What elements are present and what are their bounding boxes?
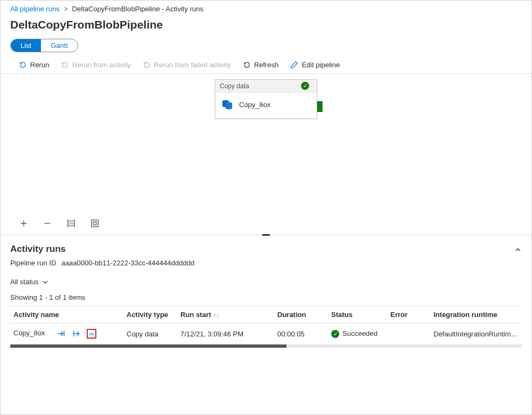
col-activity-type[interactable]: Activity type — [123, 306, 177, 323]
output-icon[interactable] — [72, 329, 81, 339]
database-icon — [221, 98, 234, 111]
activity-node-output-port[interactable] — [317, 101, 323, 112]
chevron-down-icon — [42, 279, 48, 285]
rerun-activity-label: Rerun from activity — [72, 61, 130, 69]
zoom-reset-icon[interactable]: 100% — [66, 219, 76, 228]
edit-pipeline-label: Edit pipeline — [302, 61, 340, 69]
edit-pipeline-button[interactable]: Edit pipeline — [290, 61, 340, 69]
activity-runs-table: Activity name Activity type Run start↑↓ … — [10, 306, 522, 344]
refresh-label: Refresh — [254, 61, 279, 69]
cell-activity-type: Copy data — [123, 323, 177, 344]
breadcrumb-root-link[interactable]: All pipeline runs — [10, 5, 60, 13]
cell-error — [387, 323, 430, 344]
cell-status: ✓Succeeded — [328, 323, 387, 344]
pencil-icon — [290, 61, 298, 69]
status-filter-dropdown[interactable]: All status — [10, 276, 48, 288]
action-toolbar: Rerun Rerun from activity Rerun from fai… — [1, 58, 531, 74]
sort-icon: ↑↓ — [213, 312, 219, 318]
rerun-icon — [19, 61, 27, 69]
success-icon: ✓ — [301, 82, 309, 90]
pipeline-run-id: Pipeline run ID aaaa0000-bb11-2222-33cc-… — [10, 259, 522, 267]
table-row[interactable]: Copy_8ox Copy data 7/12/21, 3: — [10, 323, 522, 344]
col-error[interactable]: Error — [387, 306, 430, 323]
rerun-label: Rerun — [30, 61, 49, 69]
success-icon: ✓ — [331, 330, 339, 338]
cell-run-start: 7/12/21, 3:09:46 PM — [177, 323, 274, 344]
refresh-button[interactable]: Refresh — [243, 61, 279, 69]
view-toggle-gantt[interactable]: Gantt — [41, 39, 78, 52]
run-id-value: aaaa0000-bb11-2222-33cc-444444dddddd — [61, 259, 194, 267]
zoom-in-icon[interactable] — [19, 219, 29, 228]
collapse-section-button[interactable] — [514, 246, 522, 255]
breadcrumb-current: DeltaCopyFromBlobPipeline - Activity run… — [72, 5, 204, 13]
view-toggle: List Gantt — [10, 39, 78, 52]
status-filter-label: All status — [10, 278, 39, 286]
svg-rect-5 — [93, 222, 96, 224]
rerun-failed-icon — [143, 61, 151, 69]
zoom-out-icon[interactable] — [43, 219, 52, 228]
cell-activity-name: Copy_8ox — [13, 329, 45, 337]
rerun-activity-icon — [61, 61, 69, 69]
zoom-fit-icon[interactable] — [90, 219, 100, 228]
rerun-failed-label: Rerun from failed activity — [154, 61, 231, 69]
rerun-from-activity-button: Rerun from activity — [61, 61, 130, 69]
activity-node-name: Copy_8ox — [239, 101, 271, 109]
refresh-icon — [243, 61, 251, 69]
col-duration[interactable]: Duration — [274, 306, 328, 323]
col-runtime[interactable]: Integration runtime — [430, 306, 522, 323]
input-icon[interactable] — [57, 329, 66, 339]
canvas-resize-handle[interactable] — [262, 234, 270, 236]
result-count: Showing 1 - 1 of 1 items — [10, 293, 522, 301]
horizontal-scrollbar[interactable] — [10, 344, 522, 348]
cell-duration: 00:00:05 — [274, 323, 328, 344]
activity-runs-heading: Activity runs — [10, 244, 66, 255]
page-title: DeltaCopyFromBlobPipeline — [10, 18, 522, 31]
rerun-button[interactable]: Rerun — [19, 61, 49, 69]
canvas-zoom-controls: 100% — [19, 219, 100, 228]
activity-node-header: Copy data ✓ — [215, 80, 317, 93]
pipeline-canvas[interactable]: Copy data ✓ Copy_8ox 100% — [1, 74, 531, 235]
rerun-from-failed-button: Rerun from failed activity — [143, 61, 231, 69]
view-toggle-list[interactable]: List — [11, 39, 41, 52]
run-id-label: Pipeline run ID — [10, 259, 56, 267]
svg-text:100%: 100% — [68, 222, 74, 225]
col-status[interactable]: Status — [328, 306, 387, 323]
breadcrumb: All pipeline runs > DeltaCopyFromBlobPip… — [1, 1, 531, 13]
activity-node-type: Copy data — [220, 82, 249, 90]
breadcrumb-separator: > — [64, 5, 68, 13]
activity-node-copy[interactable]: Copy data ✓ Copy_8ox — [215, 79, 317, 119]
svg-point-7 — [92, 333, 94, 335]
cell-runtime: DefaultIntegrationRuntime (Eas — [430, 323, 522, 344]
svg-point-6 — [89, 333, 92, 335]
svg-rect-4 — [92, 220, 99, 227]
col-activity-name[interactable]: Activity name — [10, 306, 123, 323]
col-run-start[interactable]: Run start↑↓ — [177, 306, 274, 323]
details-glasses-icon[interactable] — [87, 329, 96, 339]
